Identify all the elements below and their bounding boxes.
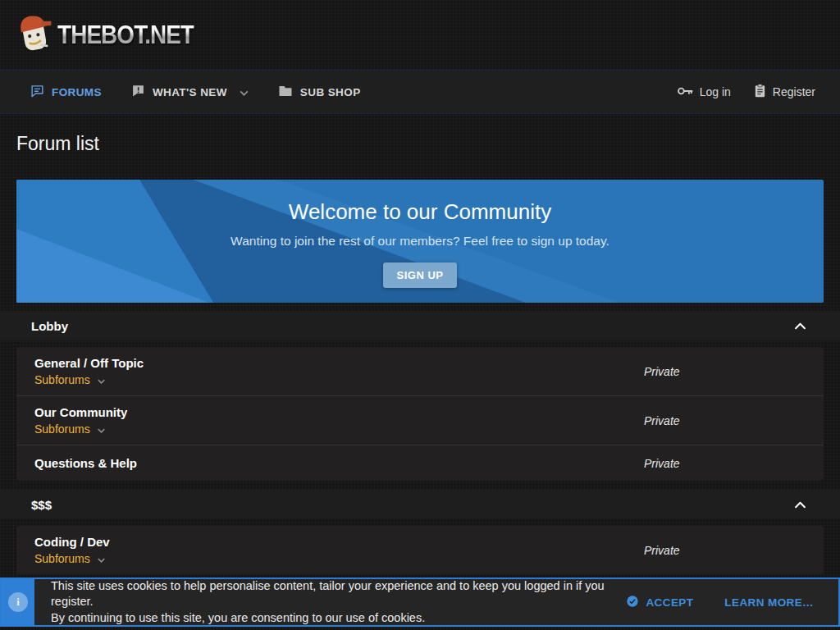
cookie-consent-bar: i This site uses cookies to help persona… xyxy=(0,578,840,627)
accept-label: ACCEPT xyxy=(646,596,693,609)
info-icon: i xyxy=(8,592,28,612)
subforums-toggle[interactable]: Subforums xyxy=(34,373,105,386)
chevron-down-icon xyxy=(98,422,105,436)
forum-row[interactable]: Our Community Subforums Private xyxy=(16,396,824,445)
nav-tab-forums[interactable]: FORUMS xyxy=(30,84,102,100)
cookie-message-line2: By continuing to use this site, you are … xyxy=(51,610,609,627)
cookie-message: This site uses cookies to help personali… xyxy=(34,579,626,625)
site-title: THEBOT.NET xyxy=(57,21,194,50)
site-header: THEBOT.NET xyxy=(0,0,840,70)
sign-up-button[interactable]: SIGN UP xyxy=(383,262,458,288)
login-link[interactable]: Log in xyxy=(678,85,731,99)
chevron-down-icon xyxy=(98,552,105,565)
robot-mascot-icon xyxy=(15,11,54,60)
clipboard-icon xyxy=(754,84,766,100)
key-icon xyxy=(678,85,693,99)
nav-tab-whats-new[interactable]: WHAT'S NEW xyxy=(131,84,249,100)
nav-tab-label: SUB SHOP xyxy=(300,86,361,98)
banner-content: Welcome to our Community Wanting to join… xyxy=(16,180,824,303)
section-header-money[interactable]: $$$ xyxy=(0,490,840,519)
subforums-toggle[interactable]: Subforums xyxy=(34,422,105,436)
welcome-banner: Welcome to our Community Wanting to join… xyxy=(16,180,824,303)
subforums-label: Subforums xyxy=(34,422,90,436)
chevron-up-icon[interactable] xyxy=(794,318,806,333)
main-content: Forum list Welcome to our Community Want… xyxy=(0,133,840,574)
forum-list-money: Coding / Dev Subforums Private xyxy=(16,526,824,574)
page-title: Forum list xyxy=(16,133,824,155)
status-badge: Private xyxy=(644,414,680,427)
status-badge: Private xyxy=(644,457,680,470)
nav-tab-sub-shop[interactable]: SUB SHOP xyxy=(278,84,361,100)
subforums-label: Subforums xyxy=(34,373,90,386)
nav-tab-label: FORUMS xyxy=(52,86,102,98)
forum-title[interactable]: Questions & Help xyxy=(34,456,137,470)
section-title: $$$ xyxy=(31,498,52,512)
register-link[interactable]: Register xyxy=(754,84,815,100)
banner-title: Welcome to our Community xyxy=(289,199,551,225)
folder-icon xyxy=(278,84,293,100)
learn-more-button[interactable]: LEARN MORE… xyxy=(724,596,814,609)
alert-bubble-icon xyxy=(131,84,145,100)
main-nav: FORUMS WHAT'S NEW SUB SHOP xyxy=(0,70,840,114)
cookie-message-line1: This site uses cookies to help personali… xyxy=(51,578,609,610)
section-title: Lobby xyxy=(31,319,68,333)
forum-row[interactable]: General / Off Topic Subforums Private xyxy=(16,347,824,396)
subforums-toggle[interactable]: Subforums xyxy=(34,552,105,565)
nav-auth-links: Log in Register xyxy=(678,84,815,100)
cookie-actions: ACCEPT LEARN MORE… xyxy=(626,579,838,625)
banner-subtitle: Wanting to join the rest of our members?… xyxy=(231,234,609,249)
accept-cookies-button[interactable]: ACCEPT xyxy=(626,595,693,610)
site-logo[interactable]: THEBOT.NET xyxy=(15,11,209,60)
status-badge: Private xyxy=(644,544,680,557)
check-circle-icon xyxy=(626,595,639,610)
chevron-up-icon[interactable] xyxy=(794,497,806,512)
forum-title[interactable]: General / Off Topic xyxy=(34,356,144,370)
chat-bubble-icon xyxy=(30,84,44,100)
login-label: Log in xyxy=(700,85,731,98)
register-label: Register xyxy=(773,85,815,98)
forum-title[interactable]: Coding / Dev xyxy=(34,535,110,549)
forum-title[interactable]: Our Community xyxy=(34,405,127,419)
section-header-lobby[interactable]: Lobby xyxy=(0,311,840,340)
chevron-down-icon xyxy=(98,373,105,386)
forum-row[interactable]: Coding / Dev Subforums Private xyxy=(16,526,824,574)
nav-tab-label: WHAT'S NEW xyxy=(153,86,227,98)
forum-row[interactable]: Questions & Help Private xyxy=(16,445,824,481)
chevron-down-icon[interactable] xyxy=(240,86,249,98)
cookie-accent-panel: i xyxy=(2,579,34,625)
forum-list-lobby: General / Off Topic Subforums Private Ou… xyxy=(16,347,824,481)
status-badge: Private xyxy=(644,365,680,378)
subforums-label: Subforums xyxy=(34,552,90,565)
